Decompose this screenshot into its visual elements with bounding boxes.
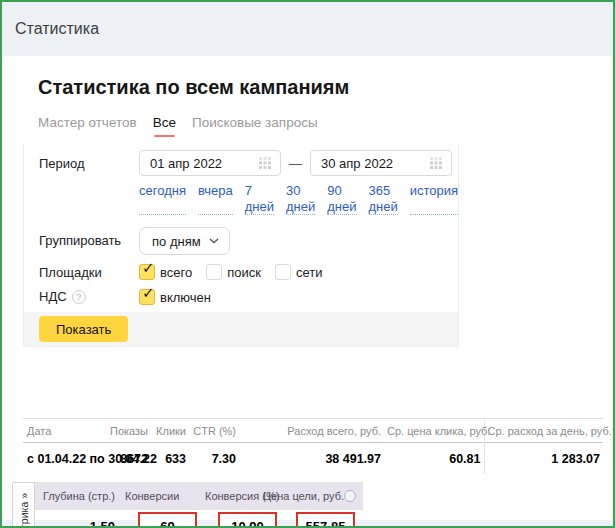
checkbox-poisk-label: поиск	[227, 265, 261, 280]
checkbox-seti-label: сети	[296, 265, 323, 280]
statistics-page: { "page": { "title": "Статистика" }, "ma…	[0, 0, 615, 528]
tab-poiskovye-zaprosy[interactable]: Поисковые запросы	[192, 115, 318, 130]
summary-avg-click-cost: 60.81	[384, 443, 484, 475]
checkbox-vklyuchen-label: включен	[160, 290, 211, 305]
help-circle-icon[interactable]	[344, 490, 356, 502]
quick-link-vchera[interactable]: вчера	[198, 183, 233, 215]
column-ctr: CTR (%)	[189, 419, 239, 443]
column-clicks: Клики	[151, 419, 189, 443]
checkbox-vklyuchen[interactable]: включен	[139, 289, 211, 305]
quick-link-segodnya[interactable]: сегодня	[139, 183, 186, 215]
summary-ctr: 7.30	[189, 443, 239, 475]
summary-data-row: с 01.04.22 по 30.04.22 8672 633 7.30 38 …	[23, 443, 603, 475]
column-date: Дата	[23, 419, 107, 443]
calendar-icon[interactable]	[258, 157, 272, 170]
metrika-conversions-cell: 69	[125, 512, 205, 528]
column-avg-daily-cost: Ср. расход за день, руб.	[484, 419, 603, 443]
tab-master-otchetov[interactable]: Мастер отчетов	[38, 115, 137, 130]
metrika-tab-label: Метрика »	[18, 493, 30, 528]
checkbox-seti[interactable]: сети	[275, 264, 323, 280]
quick-link-istoriya[interactable]: история	[410, 183, 458, 215]
summary-header-row: Дата Показы Клики CTR (%) Расход всего, …	[23, 419, 603, 443]
summary-avg-daily-cost: 1 283.07	[484, 443, 603, 475]
report-filter-form: Период 01 апр 2022 —	[23, 144, 459, 347]
highlight-box: 557.85	[296, 512, 355, 528]
period-label: Период	[39, 150, 139, 171]
quick-link-365-days[interactable]: 365 дней	[369, 183, 398, 215]
date-to-input[interactable]: 30 апр 2022	[310, 150, 452, 176]
column-goal-cost-label: Цена цели, руб.	[263, 490, 344, 502]
help-icon[interactable]: ?	[72, 290, 86, 304]
summary-date-range: с 01.04.22 по 30.04.22	[23, 443, 107, 475]
metrika-goal-cost-value: 557.85	[306, 519, 346, 528]
date-range-separator: —	[289, 156, 302, 171]
platforms-options: всего поиск сети	[139, 259, 322, 281]
checkbox-checked-icon[interactable]	[139, 289, 155, 305]
date-range: 01 апр 2022 — 30 апр 2022	[139, 150, 458, 176]
metrika-conversion-rate-cell: 10.90	[205, 512, 285, 528]
column-goal-cost: Цена цели, руб.	[285, 490, 363, 502]
main-content: Статистика по всем кампаниям Мастер отче…	[2, 56, 613, 520]
chevron-down-icon	[209, 238, 219, 244]
date-to-value: 30 апр 2022	[321, 156, 393, 171]
column-impressions: Показы	[107, 419, 151, 443]
quick-link-90-days[interactable]: 90 дней	[327, 183, 356, 215]
submit-strip: Показать	[24, 312, 458, 346]
date-from-value: 01 апр 2022	[150, 156, 222, 171]
metrika-tab[interactable]: Метрика »	[12, 482, 35, 528]
platforms-row: Площадки всего поиск сети	[24, 259, 458, 281]
summary-total-cost: 38 491.97	[239, 443, 384, 475]
group-by-select[interactable]: по дням	[139, 227, 230, 255]
metrika-conversions-value: 69	[160, 519, 174, 528]
quick-link-7-days[interactable]: 7 дней	[245, 183, 274, 215]
metrika-table: Глубина (стр.) Конверсии Конверсия (%) Ц…	[35, 482, 363, 528]
vat-label-wrap: НДС ?	[39, 285, 139, 304]
checkbox-checked-icon[interactable]	[139, 264, 155, 280]
checkbox-unchecked-icon[interactable]	[206, 264, 222, 280]
tab-vse[interactable]: Все	[153, 115, 176, 130]
app-header: Статистика	[2, 2, 613, 56]
quick-link-30-days[interactable]: 30 дней	[286, 183, 315, 215]
period-fields: 01 апр 2022 — 30 апр 2022	[139, 150, 458, 223]
checkbox-unchecked-icon[interactable]	[275, 264, 291, 280]
checkbox-poisk[interactable]: поиск	[206, 264, 261, 280]
group-by-row: Группировать по дням	[24, 227, 458, 255]
period-row: Период 01 апр 2022 —	[24, 150, 458, 223]
quick-period-links: сегодня вчера 7 дней 30 дней 90 дней 365…	[139, 183, 458, 215]
group-by-label: Группировать	[39, 227, 139, 248]
report-tabs: Мастер отчетов Все Поисковые запросы	[38, 115, 613, 130]
page-title: Статистика по всем кампаниям	[2, 56, 613, 99]
checkbox-vsego-label: всего	[160, 265, 192, 280]
show-button[interactable]: Показать	[39, 316, 128, 342]
metrika-conversion-rate-value: 10.90	[231, 519, 264, 528]
column-avg-click-cost: Ср. цена клика, руб.	[384, 419, 484, 443]
app-header-title: Статистика	[15, 20, 99, 38]
column-conversions: Конверсии	[125, 490, 205, 502]
group-by-selected-value: по дням	[152, 234, 201, 249]
metrika-header-row: Глубина (стр.) Конверсии Конверсия (%) Ц…	[35, 482, 363, 510]
vat-row: НДС ? включен	[24, 285, 458, 307]
highlight-box: 10.90	[218, 512, 277, 528]
summary-table: Дата Показы Клики CTR (%) Расход всего, …	[23, 418, 603, 474]
metrika-section: Метрика » Глубина (стр.) Конверсии Конве…	[12, 482, 613, 528]
metrika-depth-value: 1.50	[35, 519, 125, 528]
date-from-input[interactable]: 01 апр 2022	[139, 150, 281, 176]
column-depth: Глубина (стр.)	[35, 490, 125, 502]
checkbox-vsego[interactable]: всего	[139, 264, 192, 280]
highlight-box: 69	[138, 512, 197, 528]
column-total-cost: Расход всего, руб.	[239, 419, 384, 443]
vat-options: включен	[139, 285, 211, 307]
metrika-data-row: 1.50 69 10.90 557.85	[35, 510, 363, 528]
platforms-label: Площадки	[39, 259, 139, 280]
metrika-goal-cost-cell: 557.85	[285, 512, 363, 528]
calendar-icon[interactable]	[429, 157, 443, 170]
vat-label: НДС	[39, 289, 67, 304]
